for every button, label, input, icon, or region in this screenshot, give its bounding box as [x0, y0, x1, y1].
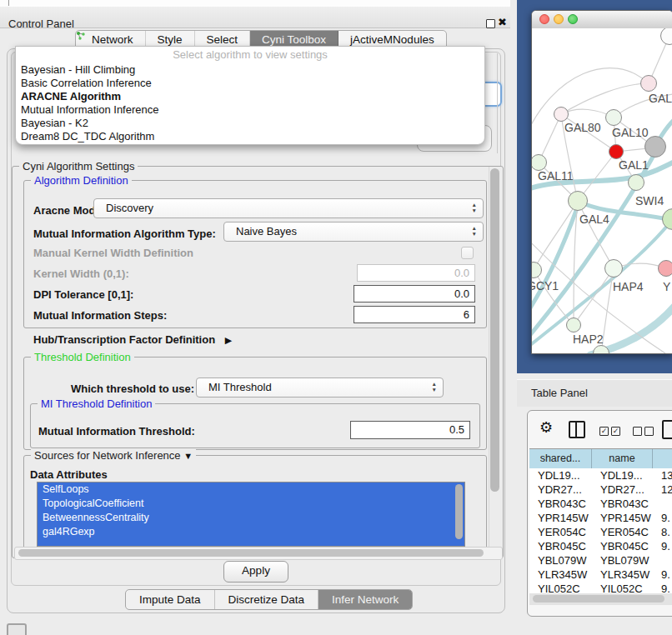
node-label-gal80: GAL80 — [564, 121, 601, 134]
combo-stepper-icon: ▲▼ — [432, 381, 437, 392]
float-window-icon[interactable] — [486, 19, 495, 28]
table-panel-title: Table Panel — [531, 387, 588, 399]
document-icon[interactable] — [662, 420, 672, 439]
close-icon[interactable]: ✖ — [498, 16, 507, 28]
dropdown-item-dream8[interactable]: Dream8 DC_TDC Algorithm — [16, 130, 484, 143]
list-item-topologicalcoefficient[interactable]: TopologicalCoefficient — [38, 497, 464, 511]
data-attributes-list[interactable]: SelfLoops TopologicalCoefficient Between… — [37, 482, 465, 547]
tab-impute-data[interactable]: Impute Data — [126, 590, 215, 609]
unchecked-checkbox-icon[interactable] — [633, 427, 642, 436]
list-scrollbar-thumb[interactable] — [455, 484, 463, 539]
list-item-gal4rgexp[interactable]: gal4RGexp — [38, 525, 464, 539]
node-label-gal11: GAL11 — [538, 169, 574, 182]
node-label-gcy1: GCY1 — [532, 279, 559, 292]
table-row[interactable]: YBR045CYBR045C9. — [529, 539, 672, 553]
network-node-gal80[interactable] — [554, 107, 569, 122]
network-window-titlebar[interactable] — [532, 11, 672, 29]
dropdown-item-bayesian-hill-climbing[interactable]: Bayesian - Hill Climbing — [16, 63, 484, 77]
table-row[interactable]: YDR27...YDR27...12 — [529, 482, 672, 497]
dock-handle-icon[interactable] — [7, 623, 27, 635]
network-node-y[interactable] — [658, 260, 672, 277]
control-panel-title: Control Panel — [8, 18, 74, 30]
table-row[interactable]: YLR345WYLR345W9. — [529, 568, 672, 582]
which-threshold-label: Which threshold to use: — [71, 382, 194, 395]
checked-checkbox-icon[interactable]: ✓ — [611, 427, 620, 436]
unchecked-checkbox-icon[interactable] — [644, 427, 654, 436]
mi-type-label: Mutual Information Algorithm Type: — [33, 228, 216, 240]
table-row[interactable]: YBL079WYBL079W — [529, 553, 672, 568]
mac-zoom-icon[interactable] — [568, 14, 578, 24]
list-item-betweennesscentrality[interactable]: BetweennessCentrality — [38, 511, 464, 525]
dropdown-item-aracne[interactable]: ARACNE Algorithm — [16, 90, 484, 103]
bottom-tabbar: Impute Data Discretize Data Infer Networ… — [125, 589, 413, 610]
mac-minimize-icon[interactable] — [554, 14, 564, 24]
mi-type-combo[interactable]: Naive Bayes ▲▼ — [223, 222, 484, 242]
algorithm-dropdown-popup: Select algorithm to view settings Bayesi… — [15, 46, 485, 145]
settings-group-title: Cyni Algorithm Settings — [19, 160, 138, 172]
network-node-gal[interactable] — [640, 75, 657, 92]
network-node-gal10[interactable] — [605, 109, 622, 126]
mi-steps-label: Mutual Information Steps: — [33, 309, 167, 322]
table-row[interactable]: YDL19...YDL19...13 — [529, 468, 672, 482]
tab-discretize-data[interactable]: Discretize Data — [215, 590, 319, 609]
dropdown-prompt: Select algorithm to view settings — [16, 47, 484, 63]
column-header-partial[interactable] — [653, 449, 672, 469]
aracne-mode-combo[interactable]: Discovery ▲▼ — [93, 198, 484, 218]
kernel-width-field[interactable]: 0.0 — [357, 264, 475, 282]
mac-close-icon[interactable] — [539, 14, 549, 24]
network-node[interactable] — [644, 136, 666, 158]
settings-horizontal-scrollbar[interactable] — [14, 547, 503, 560]
node-label-gal1: GAL1 — [619, 158, 649, 172]
table-row[interactable]: YBR043CYBR043C — [529, 497, 672, 511]
hub-definition-expander[interactable]: Hub/Transcription Factor Definition ▶ — [33, 333, 232, 346]
dropdown-item-mutual-information[interactable]: Mutual Information Inference — [16, 103, 484, 117]
gear-icon[interactable]: ⚙ — [539, 418, 553, 437]
table-horizontal-scrollbar[interactable] — [529, 593, 672, 605]
dpi-tolerance-field[interactable]: 0.0 — [354, 285, 475, 302]
kernel-width-label: Kernel Width (0,1): — [33, 268, 129, 280]
table-horizontal-scrollbar-thumb[interactable] — [533, 595, 664, 602]
combo-stepper-icon: ▲▼ — [472, 202, 477, 213]
apply-button[interactable]: Apply — [223, 561, 288, 582]
sources-group-title[interactable]: Sources for Network Inference ▼ — [31, 449, 196, 462]
table-row[interactable]: YPR145WYPR145W9. — [529, 511, 672, 525]
table-toolbar: ⚙ ✓ ✓ — [528, 411, 672, 448]
mi-threshold-field[interactable]: 0.5 — [350, 421, 470, 439]
network-node-gal4[interactable] — [568, 191, 588, 211]
network-node-hap4[interactable] — [604, 259, 623, 278]
combo-stepper-icon: ▲▼ — [472, 225, 477, 237]
expander-right-triangle-icon: ▶ — [225, 335, 232, 345]
columns-icon[interactable] — [569, 421, 585, 438]
settings-scrollbar-thumb[interactable] — [490, 168, 499, 492]
network-canvas[interactable]: GALGAL80GAL10GAL1SWI4GAL11GAL4GCY1HAP4YH… — [532, 28, 672, 353]
network-node-gal1[interactable] — [609, 144, 624, 159]
column-header-shared-name[interactable]: shared... — [529, 449, 592, 469]
dropdown-item-basic-correlation[interactable]: Basic Correlation Inference — [16, 77, 484, 90]
algorithm-definition-title: Algorithm Definition — [31, 174, 132, 187]
node-label-gal: GAL — [649, 92, 672, 105]
node-label-swi4: SWI4 — [635, 194, 664, 208]
mi-threshold-label: Mutual Information Threshold: — [38, 425, 195, 438]
dropdown-item-bayesian-k2[interactable]: Bayesian - K2 — [16, 117, 484, 130]
checked-checkbox-icon[interactable]: ✓ — [599, 427, 609, 436]
mi-steps-field[interactable]: 6 — [354, 306, 475, 323]
node-label-hap2: HAP2 — [573, 332, 604, 346]
network-view-window[interactable]: GALGAL80GAL10GAL1SWI4GAL11GAL4GCY1HAP4YH… — [531, 10, 672, 354]
panel-top-tick — [8, 0, 9, 6]
which-threshold-combo[interactable]: MI Threshold ▲▼ — [196, 378, 444, 398]
list-item-selfloops[interactable]: SelfLoops — [38, 482, 464, 497]
manual-kernel-checkbox[interactable] — [461, 247, 474, 259]
column-header-name[interactable]: name — [592, 449, 653, 469]
network-node-hap2[interactable] — [566, 318, 581, 332]
dpi-tolerance-label: DPI Tolerance [0,1]: — [33, 288, 133, 301]
table-row[interactable]: YIL052CYIL052C9. — [529, 582, 672, 593]
network-node-swi4[interactable] — [628, 174, 644, 191]
table-panel: ⚙ ✓ ✓ shared... name YDL19...YDL19...13 … — [527, 410, 672, 617]
tab-infer-network[interactable]: Infer Network — [318, 590, 412, 609]
threshold-definition-title: Threshold Definition — [31, 351, 134, 363]
node-label-hap4: HAP4 — [613, 280, 644, 293]
settings-horizontal-scrollbar-thumb[interactable] — [18, 549, 484, 557]
table-row[interactable]: YER054CYER054C8. — [529, 525, 672, 539]
table-body: YDL19...YDL19...13 YDR27...YDR27...12 YB… — [529, 468, 672, 593]
manual-kernel-label: Manual Kernel Width Definition — [33, 247, 193, 259]
